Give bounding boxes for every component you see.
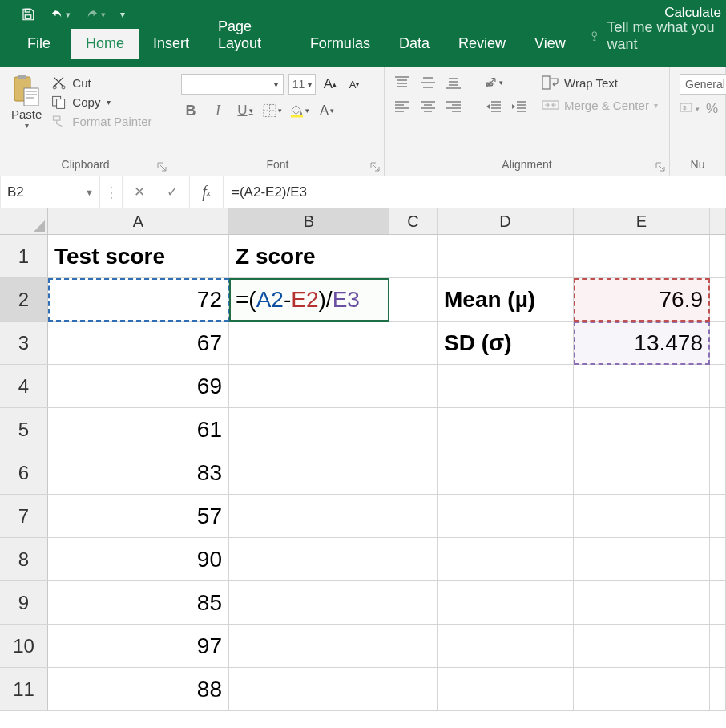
cell-f9[interactable]	[710, 581, 726, 624]
cell-a10[interactable]: 97	[48, 625, 229, 667]
bold-button[interactable]: B	[181, 101, 200, 120]
tab-home[interactable]: Home	[71, 29, 139, 59]
cell-b2[interactable]: =(A2-E2)/E3	[229, 278, 389, 321]
clipboard-dialog-launcher-icon[interactable]	[156, 161, 167, 172]
cell-c8[interactable]	[389, 538, 438, 580]
col-header-d[interactable]: D	[438, 208, 574, 234]
accounting-format-icon[interactable]: $▾	[680, 101, 700, 117]
align-right-icon[interactable]	[444, 98, 463, 115]
cell-d1[interactable]	[438, 235, 574, 277]
decrease-font-size-icon[interactable]: A▾	[345, 75, 364, 94]
row-header-2[interactable]: 2	[0, 278, 48, 321]
wrap-text-button[interactable]: Wrap Text	[542, 75, 658, 90]
font-color-button[interactable]: A▾	[317, 101, 337, 120]
tab-data[interactable]: Data	[385, 29, 444, 59]
row-header-11[interactable]: 11	[0, 668, 48, 710]
cell-d10[interactable]	[438, 625, 574, 667]
col-header-a[interactable]: A	[48, 208, 229, 234]
cell-c9[interactable]	[389, 581, 438, 624]
cell-b6[interactable]	[229, 451, 389, 494]
col-header-b[interactable]: B	[229, 208, 389, 234]
cell-b10[interactable]	[229, 625, 389, 667]
cell-a4[interactable]: 69	[48, 365, 229, 407]
cell-d7[interactable]	[438, 495, 574, 537]
tab-file[interactable]: File	[11, 29, 71, 59]
save-icon[interactable]	[21, 7, 35, 22]
cell-f11[interactable]	[710, 668, 726, 710]
tab-formulas[interactable]: Formulas	[296, 29, 385, 59]
cell-f3[interactable]	[710, 322, 726, 364]
increase-font-size-icon[interactable]: A▴	[321, 75, 340, 94]
col-header-e[interactable]: E	[574, 208, 710, 234]
tab-insert[interactable]: Insert	[139, 29, 204, 59]
copy-button[interactable]: Copy ▾	[51, 95, 151, 109]
formula-input[interactable]: =(A2-E2)/E3	[223, 176, 726, 208]
row-header-5[interactable]: 5	[0, 408, 48, 451]
cell-d5[interactable]	[438, 408, 574, 451]
cancel-formula-icon[interactable]: ✕	[122, 176, 155, 208]
cell-e4[interactable]	[574, 365, 710, 407]
cell-a7[interactable]: 57	[48, 495, 229, 537]
orientation-icon[interactable]: ab▾	[484, 74, 503, 91]
cell-e1[interactable]	[574, 235, 710, 277]
alignment-dialog-launcher-icon[interactable]	[655, 161, 666, 172]
cell-b5[interactable]	[229, 408, 389, 451]
row-header-10[interactable]: 10	[0, 625, 48, 667]
cell-a2[interactable]: 72	[48, 278, 229, 321]
name-box[interactable]: B2 ▼	[0, 176, 99, 208]
cell-d6[interactable]	[438, 451, 574, 494]
borders-button[interactable]: ▾	[263, 101, 282, 120]
enter-formula-icon[interactable]: ✓	[155, 176, 189, 208]
cell-c11[interactable]	[389, 668, 438, 710]
cell-f6[interactable]	[710, 451, 726, 494]
increase-indent-icon[interactable]	[510, 98, 529, 115]
cell-f2[interactable]	[710, 278, 726, 321]
cell-a5[interactable]: 61	[48, 408, 229, 451]
cell-e8[interactable]	[574, 538, 710, 580]
align-bottom-icon[interactable]	[444, 74, 463, 91]
cell-d11[interactable]	[438, 668, 574, 710]
row-header-9[interactable]: 9	[0, 581, 48, 624]
cell-b11[interactable]	[229, 668, 389, 710]
cell-c10[interactable]	[389, 625, 438, 667]
cell-e10[interactable]	[574, 625, 710, 667]
number-format-combo[interactable]: General	[680, 74, 726, 95]
paste-button[interactable]: Paste ▾	[6, 72, 46, 131]
cell-e9[interactable]	[574, 581, 710, 624]
cell-b1[interactable]: Z score	[229, 235, 389, 277]
customize-qa-icon[interactable]: ▾	[120, 9, 125, 20]
cell-a8[interactable]: 90	[48, 538, 229, 580]
cell-d2[interactable]: Mean (µ)	[438, 278, 574, 321]
font-size-combo[interactable]: 11▾	[288, 74, 316, 95]
insert-function-icon[interactable]: fx	[189, 176, 223, 208]
cell-c1[interactable]	[389, 235, 438, 277]
cell-f7[interactable]	[710, 495, 726, 537]
col-header-f[interactable]	[710, 208, 726, 234]
font-dialog-launcher-icon[interactable]	[369, 161, 381, 172]
cell-e5[interactable]	[574, 408, 710, 451]
row-header-8[interactable]: 8	[0, 538, 48, 580]
fill-color-button[interactable]: ▾	[290, 101, 309, 120]
select-all-corner[interactable]	[0, 208, 48, 234]
cell-e7[interactable]	[574, 495, 710, 537]
cell-f8[interactable]	[710, 538, 726, 580]
tab-view[interactable]: View	[520, 29, 580, 59]
cell-c2[interactable]	[389, 278, 438, 321]
cell-e11[interactable]	[574, 668, 710, 710]
col-header-c[interactable]: C	[389, 208, 438, 234]
align-center-icon[interactable]	[418, 98, 438, 115]
cell-a11[interactable]: 88	[48, 668, 229, 710]
cell-d3[interactable]: SD (σ)	[438, 322, 574, 364]
cell-d4[interactable]	[438, 365, 574, 407]
percent-format-icon[interactable]: %	[706, 101, 718, 117]
cell-a3[interactable]: 67	[48, 322, 229, 364]
cell-b8[interactable]	[229, 538, 389, 580]
tab-page-layout[interactable]: Page Layout	[204, 12, 296, 59]
row-header-4[interactable]: 4	[0, 365, 48, 407]
cut-button[interactable]: Cut	[51, 75, 151, 90]
cell-f10[interactable]	[710, 625, 726, 667]
cell-e6[interactable]	[574, 451, 710, 494]
cell-c5[interactable]	[389, 408, 438, 451]
cell-b3[interactable]	[229, 322, 389, 364]
cell-e2[interactable]: 76.9	[574, 278, 710, 321]
